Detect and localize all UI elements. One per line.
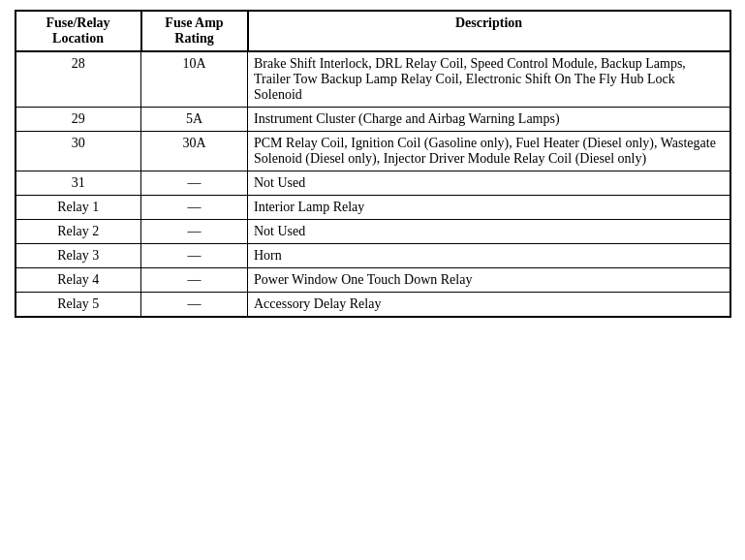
header-location: Fuse/Relay Location (16, 11, 141, 51)
cell-location: 29 (16, 108, 141, 132)
cell-description: Brake Shift Interlock, DRL Relay Coil, S… (248, 51, 730, 108)
cell-description: Horn (248, 244, 730, 268)
cell-rating: — (141, 293, 248, 318)
cell-location: 31 (16, 171, 141, 196)
cell-description: Power Window One Touch Down Relay (248, 268, 730, 293)
cell-description: Not Used (248, 171, 730, 196)
cell-location: Relay 5 (16, 293, 141, 318)
cell-rating: — (141, 171, 248, 196)
cell-rating: — (141, 220, 248, 244)
table-row: 3030APCM Relay Coil, Ignition Coil (Gaso… (16, 132, 730, 171)
table-row: Relay 1—Interior Lamp Relay (16, 196, 730, 220)
header-description: Description (248, 11, 730, 51)
cell-location: 28 (16, 51, 141, 108)
cell-description: Interior Lamp Relay (248, 196, 730, 220)
cell-location: 30 (16, 132, 141, 171)
cell-rating: — (141, 196, 248, 220)
cell-location: Relay 3 (16, 244, 141, 268)
table-row: Relay 4—Power Window One Touch Down Rela… (16, 268, 730, 293)
table-row: Relay 3—Horn (16, 244, 730, 268)
cell-location: Relay 2 (16, 220, 141, 244)
cell-description: PCM Relay Coil, Ignition Coil (Gasoline … (248, 132, 730, 171)
cell-description: Instrument Cluster (Charge and Airbag Wa… (248, 108, 730, 132)
cell-rating: 10A (141, 51, 248, 108)
table-row: 295AInstrument Cluster (Charge and Airba… (16, 108, 730, 132)
cell-description: Accessory Delay Relay (248, 293, 730, 318)
header-rating: Fuse Amp Rating (141, 11, 248, 51)
cell-rating: — (141, 244, 248, 268)
table-row: 31—Not Used (16, 171, 730, 196)
cell-location: Relay 4 (16, 268, 141, 293)
table-row: 2810ABrake Shift Interlock, DRL Relay Co… (16, 51, 730, 108)
fuse-table-wrapper: Fuse/Relay Location Fuse Amp Rating Desc… (15, 10, 731, 318)
cell-location: Relay 1 (16, 196, 141, 220)
table-row: Relay 5—Accessory Delay Relay (16, 293, 730, 318)
cell-rating: 30A (141, 132, 248, 171)
cell-description: Not Used (248, 220, 730, 244)
fuse-relay-table: Fuse/Relay Location Fuse Amp Rating Desc… (15, 10, 731, 318)
cell-rating: 5A (141, 108, 248, 132)
table-row: Relay 2—Not Used (16, 220, 730, 244)
cell-rating: — (141, 268, 248, 293)
